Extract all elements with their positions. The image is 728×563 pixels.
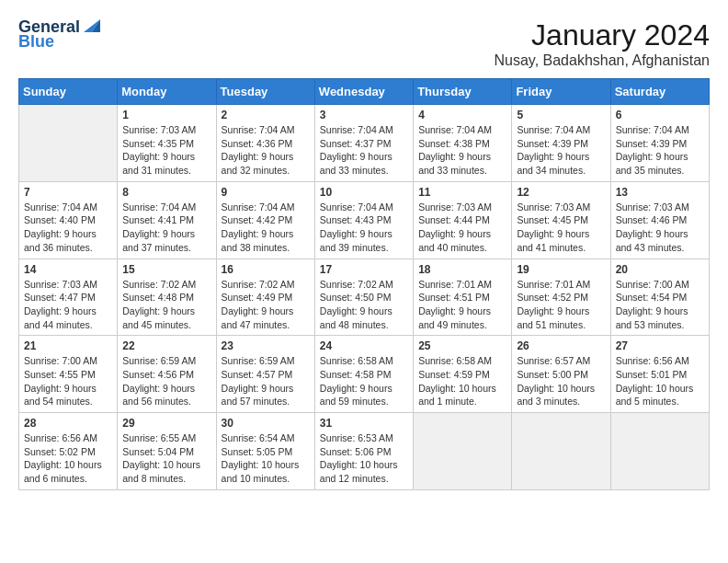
cell-info: Sunrise: 7:03 AM Sunset: 4:47 PM Dayligh… (24, 278, 112, 332)
calendar-cell: 30 Sunrise: 6:54 AM Sunset: 5:05 PM Dayl… (216, 413, 314, 490)
cell-daylight: Daylight: 9 hours and 37 minutes. (122, 227, 210, 254)
cell-info: Sunrise: 7:04 AM Sunset: 4:42 PM Dayligh… (222, 201, 310, 255)
cell-daylight: Daylight: 9 hours and 33 minutes. (418, 150, 506, 177)
cell-date: 12 (517, 186, 605, 199)
cell-daylight: Daylight: 10 hours and 3 minutes. (517, 382, 605, 408)
cell-sunrise: Sunrise: 7:04 AM (320, 123, 408, 137)
calendar-cell: 21 Sunrise: 7:00 AM Sunset: 4:55 PM Dayl… (19, 336, 118, 413)
cell-date: 21 (24, 339, 112, 352)
cell-info: Sunrise: 6:54 AM Sunset: 5:05 PM Dayligh… (222, 431, 310, 486)
day-header-thursday: Thursday (414, 79, 512, 105)
cell-sunrise: Sunrise: 6:59 AM (122, 354, 210, 368)
cell-daylight: Daylight: 9 hours and 49 minutes. (418, 304, 506, 331)
cell-sunrise: Sunrise: 7:04 AM (222, 201, 310, 214)
cell-sunset: Sunset: 4:40 PM (24, 213, 112, 227)
cell-daylight: Daylight: 9 hours and 33 minutes. (320, 150, 408, 177)
cell-info: Sunrise: 7:03 AM Sunset: 4:44 PM Dayligh… (418, 201, 506, 255)
cell-daylight: Daylight: 9 hours and 56 minutes. (122, 382, 210, 408)
cell-date: 10 (320, 186, 408, 199)
calendar-cell: 22 Sunrise: 6:59 AM Sunset: 4:56 PM Dayl… (118, 336, 216, 413)
calendar-cell: 6 Sunrise: 7:04 AM Sunset: 4:39 PM Dayli… (610, 105, 709, 182)
cell-info: Sunrise: 7:02 AM Sunset: 4:48 PM Dayligh… (122, 278, 210, 332)
calendar-cell (610, 413, 709, 490)
cell-sunrise: Sunrise: 7:01 AM (418, 278, 506, 292)
cell-sunset: Sunset: 4:46 PM (616, 213, 704, 227)
cell-daylight: Daylight: 9 hours and 39 minutes. (320, 227, 408, 254)
cell-info: Sunrise: 7:01 AM Sunset: 4:51 PM Dayligh… (418, 278, 506, 332)
cell-sunset: Sunset: 4:58 PM (320, 368, 408, 382)
cell-date: 18 (418, 263, 506, 276)
cell-info: Sunrise: 6:57 AM Sunset: 5:00 PM Dayligh… (517, 354, 605, 408)
calendar-week-row: 14 Sunrise: 7:03 AM Sunset: 4:47 PM Dayl… (19, 259, 710, 336)
cell-daylight: Daylight: 9 hours and 38 minutes. (222, 227, 310, 254)
cell-daylight: Daylight: 10 hours and 1 minute. (418, 382, 506, 408)
cell-daylight: Daylight: 10 hours and 5 minutes. (616, 382, 704, 408)
cell-date: 14 (24, 263, 112, 276)
cell-info: Sunrise: 6:58 AM Sunset: 4:58 PM Dayligh… (320, 354, 408, 408)
cell-sunset: Sunset: 4:43 PM (320, 213, 408, 227)
cell-sunrise: Sunrise: 6:56 AM (24, 431, 112, 445)
cell-sunset: Sunset: 4:42 PM (222, 213, 310, 227)
cell-date: 28 (24, 417, 112, 430)
cell-date: 30 (222, 417, 310, 430)
cell-daylight: Daylight: 10 hours and 6 minutes. (24, 458, 112, 485)
cell-date: 19 (517, 263, 605, 276)
cell-date: 29 (122, 417, 210, 430)
cell-sunset: Sunset: 5:02 PM (24, 445, 112, 459)
cell-date: 26 (517, 339, 605, 352)
cell-sunset: Sunset: 4:51 PM (418, 291, 506, 304)
cell-daylight: Daylight: 10 hours and 12 minutes. (320, 458, 408, 485)
cell-date: 27 (616, 339, 704, 352)
calendar-cell: 28 Sunrise: 6:56 AM Sunset: 5:02 PM Dayl… (19, 413, 118, 490)
cell-sunrise: Sunrise: 6:56 AM (616, 354, 704, 368)
cell-sunset: Sunset: 5:04 PM (122, 445, 210, 459)
cell-info: Sunrise: 6:58 AM Sunset: 4:59 PM Dayligh… (418, 354, 506, 408)
cell-date: 24 (320, 339, 408, 352)
cell-daylight: Daylight: 9 hours and 47 minutes. (222, 304, 310, 331)
cell-daylight: Daylight: 9 hours and 32 minutes. (222, 150, 310, 177)
calendar-cell: 3 Sunrise: 7:04 AM Sunset: 4:37 PM Dayli… (314, 105, 413, 182)
cell-info: Sunrise: 6:55 AM Sunset: 5:04 PM Dayligh… (122, 431, 210, 486)
cell-info: Sunrise: 7:04 AM Sunset: 4:41 PM Dayligh… (122, 201, 210, 255)
cell-date: 8 (122, 186, 210, 199)
cell-daylight: Daylight: 9 hours and 45 minutes. (122, 304, 210, 331)
calendar-cell: 23 Sunrise: 6:59 AM Sunset: 4:57 PM Dayl… (216, 336, 314, 413)
cell-sunset: Sunset: 5:06 PM (320, 445, 408, 459)
calendar-cell: 26 Sunrise: 6:57 AM Sunset: 5:00 PM Dayl… (512, 336, 610, 413)
calendar-cell: 8 Sunrise: 7:04 AM Sunset: 4:41 PM Dayli… (118, 181, 216, 259)
calendar-cell: 19 Sunrise: 7:01 AM Sunset: 4:52 PM Dayl… (512, 259, 610, 336)
cell-sunrise: Sunrise: 7:04 AM (122, 201, 210, 214)
day-header-wednesday: Wednesday (314, 79, 413, 105)
calendar-cell: 15 Sunrise: 7:02 AM Sunset: 4:48 PM Dayl… (118, 259, 216, 336)
cell-date: 7 (24, 186, 112, 199)
cell-sunset: Sunset: 5:01 PM (616, 368, 704, 382)
calendar-subtitle: Nusay, Badakhshan, Afghanistan (494, 52, 710, 69)
cell-date: 3 (320, 109, 408, 121)
cell-info: Sunrise: 7:00 AM Sunset: 4:54 PM Dayligh… (616, 278, 704, 332)
calendar-cell: 16 Sunrise: 7:02 AM Sunset: 4:49 PM Dayl… (216, 259, 314, 336)
calendar-cell: 24 Sunrise: 6:58 AM Sunset: 4:58 PM Dayl… (314, 336, 413, 413)
page-header: General Blue January 2024 Nusay, Badakhs… (18, 18, 710, 69)
cell-date: 31 (320, 417, 408, 430)
cell-sunrise: Sunrise: 6:59 AM (222, 354, 310, 368)
cell-sunrise: Sunrise: 7:03 AM (24, 278, 112, 292)
calendar-cell: 27 Sunrise: 6:56 AM Sunset: 5:01 PM Dayl… (610, 336, 709, 413)
cell-daylight: Daylight: 9 hours and 48 minutes. (320, 304, 408, 331)
cell-sunrise: Sunrise: 7:03 AM (418, 201, 506, 214)
cell-info: Sunrise: 7:02 AM Sunset: 4:50 PM Dayligh… (320, 278, 408, 332)
cell-sunrise: Sunrise: 7:04 AM (517, 123, 605, 137)
cell-sunset: Sunset: 4:54 PM (616, 291, 704, 304)
cell-daylight: Daylight: 9 hours and 53 minutes. (616, 304, 704, 331)
cell-date: 17 (320, 263, 408, 276)
cell-sunrise: Sunrise: 7:03 AM (122, 123, 210, 137)
cell-sunrise: Sunrise: 7:01 AM (517, 278, 605, 292)
cell-sunset: Sunset: 4:47 PM (24, 291, 112, 304)
title-section: January 2024 Nusay, Badakhshan, Afghanis… (494, 18, 710, 69)
cell-date: 6 (616, 109, 704, 121)
cell-daylight: Daylight: 9 hours and 51 minutes. (517, 304, 605, 331)
cell-sunset: Sunset: 4:39 PM (616, 137, 704, 151)
cell-sunset: Sunset: 4:41 PM (122, 213, 210, 227)
cell-sunset: Sunset: 5:05 PM (222, 445, 310, 459)
cell-sunrise: Sunrise: 6:55 AM (122, 431, 210, 445)
cell-sunrise: Sunrise: 7:00 AM (616, 278, 704, 292)
